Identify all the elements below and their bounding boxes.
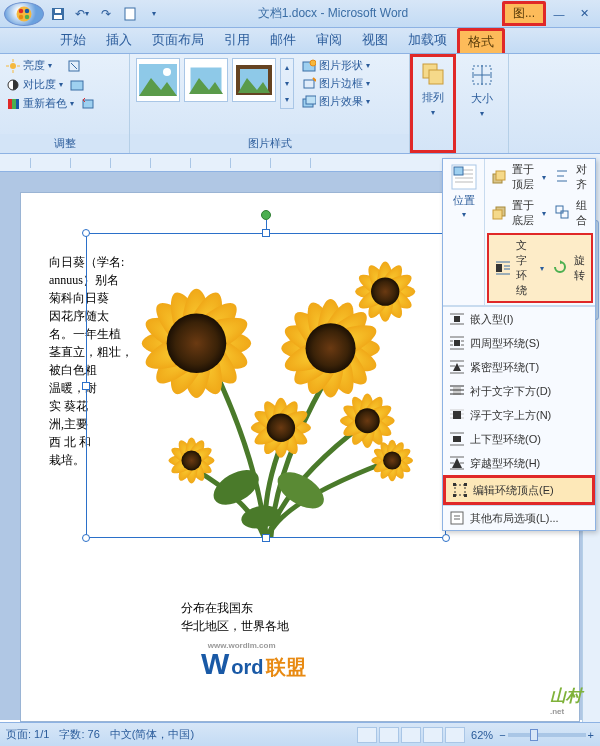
text-wrap-button[interactable]: 文字环绕▾旋转 (487, 233, 593, 303)
svg-rect-145 (453, 483, 456, 486)
wrap-front[interactable]: 浮于文字上方(N) (443, 403, 595, 427)
zoom-slider-thumb[interactable] (530, 729, 538, 741)
arrange-dropdown: 位置▾ 置于顶层▾对齐 置于底层▾组合 文字环绕▾旋转 嵌入型(I) 四周型环绕… (442, 158, 596, 531)
resize-handle[interactable] (82, 229, 90, 237)
align-icon (555, 169, 571, 185)
wrap-through[interactable]: 穿越型环绕(H) (443, 451, 595, 475)
picture-border-button[interactable]: 图片边框▾ (302, 76, 370, 91)
language-indicator[interactable]: 中文(简体，中国) (110, 727, 194, 742)
bring-front-button[interactable]: 置于顶层▾对齐 (485, 159, 595, 195)
view-web[interactable] (401, 727, 421, 743)
group-size: 大小 ▾ (456, 54, 509, 153)
wrap-edit-points[interactable]: 编辑环绕顶点(E) (443, 475, 595, 505)
brightness-button[interactable]: 亮度▾ (6, 58, 123, 73)
redo-icon[interactable]: ↷ (96, 4, 116, 24)
styles-gallery[interactable]: ▴ ▾ ▾ (136, 58, 294, 109)
reset-pic-icon[interactable] (81, 97, 95, 111)
svg-rect-144 (455, 485, 465, 495)
resize-handle[interactable] (82, 382, 90, 390)
gallery-more-icon[interactable]: ▾ (281, 95, 293, 104)
minimize-button[interactable]: — (547, 5, 571, 23)
style-thumb[interactable] (232, 58, 276, 102)
view-print-layout[interactable] (357, 727, 377, 743)
page-indicator[interactable]: 页面: 1/1 (6, 727, 49, 742)
selected-image[interactable] (86, 233, 446, 538)
tab-home[interactable]: 开始 (50, 27, 96, 53)
group-adjust-label: 调整 (0, 134, 129, 153)
rotate-handle[interactable] (261, 210, 271, 220)
arrange-button[interactable]: 排列 ▾ (413, 57, 453, 117)
compress-icon[interactable] (67, 59, 81, 73)
contrast-button[interactable]: 对比度▾ (6, 77, 123, 92)
svg-rect-115 (454, 316, 460, 322)
svg-point-1 (19, 8, 24, 13)
change-pic-icon[interactable] (70, 78, 84, 92)
tab-review[interactable]: 审阅 (306, 27, 352, 53)
qat-more-icon[interactable]: ▾ (144, 4, 164, 24)
wrap-behind[interactable]: 衬于文字下方(D) (443, 379, 595, 403)
svg-rect-106 (561, 211, 568, 218)
statusbar: 页面: 1/1 字数: 76 中文(简体，中国) 62% − + (0, 722, 600, 746)
word-count[interactable]: 字数: 76 (59, 727, 99, 742)
tab-addins[interactable]: 加载项 (398, 27, 457, 53)
recolor-button[interactable]: 重新着色▾ (6, 96, 123, 111)
picture-shape-button[interactable]: 图片形状▾ (302, 58, 370, 73)
view-fullscreen[interactable] (379, 727, 399, 743)
wrap-inline[interactable]: 嵌入型(I) (443, 307, 595, 331)
svg-rect-148 (464, 494, 467, 497)
save-icon[interactable] (48, 4, 68, 24)
view-draft[interactable] (445, 727, 465, 743)
svg-rect-8 (125, 8, 135, 20)
svg-rect-17 (8, 99, 12, 109)
zoom-out-icon[interactable]: − (499, 729, 505, 741)
wrap-more-options[interactable]: 其他布局选项(L)... (443, 506, 595, 530)
position-button[interactable]: 位置▾ (443, 159, 485, 305)
svg-rect-97 (454, 167, 463, 175)
view-outline[interactable] (423, 727, 443, 743)
svg-rect-34 (429, 70, 443, 84)
svg-rect-146 (464, 483, 467, 486)
new-doc-icon[interactable] (120, 4, 140, 24)
gallery-down-icon[interactable]: ▾ (281, 79, 293, 88)
zoom-slider[interactable] (508, 733, 586, 737)
style-thumb[interactable] (136, 58, 180, 102)
svg-point-36 (208, 463, 265, 512)
svg-point-23 (163, 68, 171, 76)
tab-view[interactable]: 视图 (352, 27, 398, 53)
resize-handle[interactable] (262, 534, 270, 542)
close-button[interactable]: ✕ (572, 5, 596, 23)
wrap-tight[interactable]: 紧密型环绕(T) (443, 355, 595, 379)
zoom-level[interactable]: 62% (471, 729, 493, 741)
style-thumb[interactable] (184, 58, 228, 102)
svg-rect-135 (453, 411, 461, 419)
wrap-topbottom[interactable]: 上下型环绕(O) (443, 427, 595, 451)
gallery-up-icon[interactable]: ▴ (281, 63, 293, 72)
resize-handle[interactable] (262, 229, 270, 237)
window-title: 文档1.docx - Microsoft Word (164, 5, 502, 22)
zoom-in-icon[interactable]: + (588, 729, 594, 741)
send-back-button[interactable]: 置于底层▾组合 (485, 195, 595, 231)
undo-icon[interactable]: ↶▾ (72, 4, 92, 24)
tab-insert[interactable]: 插入 (96, 27, 142, 53)
svg-point-63 (371, 277, 399, 305)
resize-handle[interactable] (442, 534, 450, 542)
group-styles-label: 图片样式 (130, 134, 409, 153)
tab-layout[interactable]: 页面布局 (142, 27, 214, 53)
rotate-icon (553, 260, 569, 276)
titlebar: ↶▾ ↷ ▾ 文档1.docx - Microsoft Word 图... — … (0, 0, 600, 28)
picture-effects-button[interactable]: 图片效果▾ (302, 94, 370, 109)
svg-rect-16 (71, 81, 83, 90)
size-button[interactable]: 大小 ▾ (462, 58, 502, 118)
ribbon-tabs: 开始 插入 页面布局 引用 邮件 审阅 视图 加载项 格式 (0, 28, 600, 54)
body-text-bottom: 分布在我国东 华北地区，世界各地 (181, 599, 289, 635)
svg-rect-147 (453, 494, 456, 497)
svg-point-70 (267, 414, 295, 442)
resize-handle[interactable] (82, 534, 90, 542)
tab-mail[interactable]: 邮件 (260, 27, 306, 53)
quick-access-toolbar: ↶▾ ↷ ▾ (48, 4, 164, 24)
tab-references[interactable]: 引用 (214, 27, 260, 53)
svg-point-9 (10, 63, 16, 69)
office-button[interactable] (4, 2, 44, 26)
tab-format[interactable]: 格式 (457, 28, 505, 53)
wrap-square[interactable]: 四周型环绕(S) (443, 331, 595, 355)
